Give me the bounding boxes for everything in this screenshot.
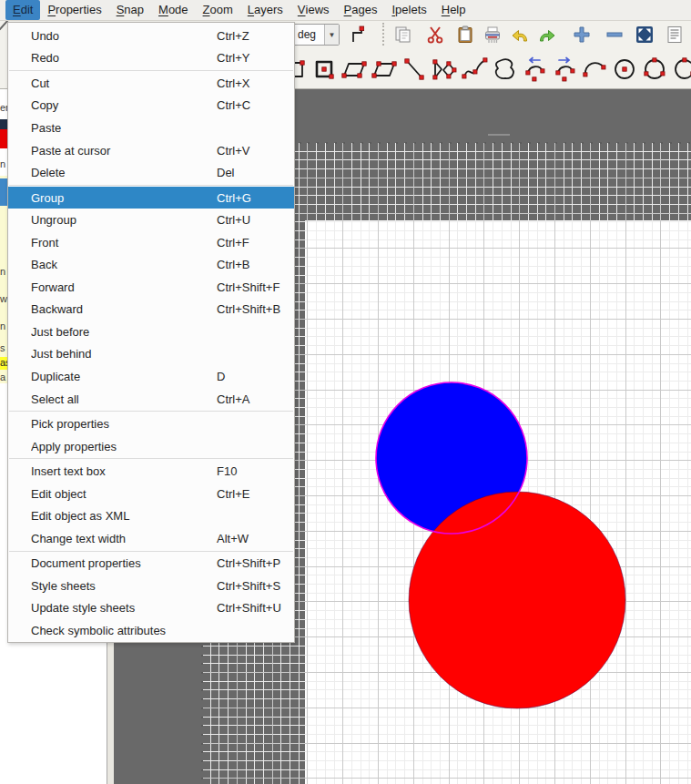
menu-item-update-style-sheets[interactable]: Update style sheetsCtrl+Shift+U <box>8 597 294 620</box>
menu-item-paste-at-cursor[interactable]: Paste at cursorCtrl+V <box>8 139 294 162</box>
menu-item-label: Undo <box>31 29 217 43</box>
menu-item-undo[interactable]: UndoCtrl+Z <box>8 25 294 47</box>
arc-cw-mode-icon[interactable] <box>551 55 578 84</box>
menu-item-label: Just before <box>31 325 217 339</box>
menu-item-copy[interactable]: CopyCtrl+C <box>8 95 294 117</box>
menu-item-label: Cut <box>31 76 217 90</box>
spline-mode-icon[interactable] <box>461 55 488 84</box>
menu-item-delete[interactable]: DeleteDel <box>8 161 294 184</box>
arc-mode-icon[interactable] <box>581 55 608 84</box>
menubar-item-layers[interactable]: Layers <box>240 0 290 20</box>
menu-item-edit-object[interactable]: Edit objectCtrl+E <box>8 483 294 505</box>
color-swatch-fragment <box>0 119 7 129</box>
menu-item-insert-text-box[interactable]: Insert text boxF10 <box>8 460 294 483</box>
menu-item-label: Delete <box>31 166 217 179</box>
menu-item-document-properties[interactable]: Document propertiesCtrl+Shift+P <box>8 553 294 575</box>
menu-item-shortcut: Ctrl+U <box>217 213 285 227</box>
arc-ccw-mode-icon[interactable] <box>521 55 548 84</box>
menu-item-edit-object-as-xml[interactable]: Edit object as XML <box>8 504 294 527</box>
menubar-item-snap[interactable]: Snap <box>109 0 151 20</box>
menu-item-label: Backward <box>31 302 217 316</box>
menu-item-select-all[interactable]: Select allCtrl+A <box>8 388 294 411</box>
menu-item-ungroup[interactable]: UngroupCtrl+U <box>8 209 294 231</box>
circle-center-mode-icon[interactable] <box>611 55 638 84</box>
menu-item-label: Edit object <box>31 487 217 501</box>
menu-item-shortcut: Del <box>217 166 285 179</box>
toolbar-separator <box>382 23 384 46</box>
menu-item-front[interactable]: FrontCtrl+F <box>8 231 294 254</box>
segment-mode-icon[interactable] <box>401 55 428 84</box>
menubar-item-ipelets[interactable]: Ipelets <box>384 0 433 20</box>
ipe-window: { "menubar": { "items": [ {"label": "Edi… <box>0 0 691 784</box>
fit-page-icon[interactable] <box>632 22 657 47</box>
menu-item-shortcut: Ctrl+F <box>217 236 285 249</box>
menu-item-just-before[interactable]: Just before <box>8 321 294 343</box>
menu-item-label: Style sheets <box>31 579 217 593</box>
edit-menu: UndoCtrl+ZRedoCtrl+YCutCtrl+XCopyCtrl+CP… <box>7 22 295 643</box>
menu-item-shortcut: Ctrl+Z <box>217 29 285 43</box>
undo-icon[interactable] <box>507 22 533 47</box>
menu-item-shortcut: Ctrl+B <box>217 258 285 271</box>
menu-item-label: Forward <box>31 280 217 294</box>
rectangle-center-mode-icon[interactable] <box>310 55 338 84</box>
menu-item-label: Document properties <box>31 556 217 570</box>
menu-item-group[interactable]: GroupCtrl+G <box>8 187 294 209</box>
menu-item-cut[interactable]: CutCtrl+X <box>8 72 294 95</box>
delete-icon[interactable] <box>480 22 505 47</box>
chevron-down-icon[interactable]: ▼ <box>324 25 339 45</box>
menubar-item-help[interactable]: Help <box>434 0 473 20</box>
menu-item-check-symbolic-attributes[interactable]: Check symbolic attributes <box>8 619 294 642</box>
circle-3point-mode-icon[interactable] <box>641 55 668 84</box>
menu-item-shortcut: Ctrl+Shift+S <box>217 579 285 593</box>
menu-item-label: Back <box>31 258 217 271</box>
menubar-item-properties[interactable]: Properties <box>40 0 108 20</box>
menu-item-label: Check symbolic attributes <box>31 624 217 637</box>
menu-item-shortcut: Ctrl+C <box>217 98 285 112</box>
menu-item-label: Select all <box>31 392 217 406</box>
menu-item-pick-properties[interactable]: Pick properties <box>8 412 294 435</box>
menu-item-backward[interactable]: BackwardCtrl+Shift+B <box>8 299 294 321</box>
menu-item-redo[interactable]: RedoCtrl+Y <box>8 47 294 70</box>
menu-separator <box>9 551 293 552</box>
angle-size-combobox[interactable]: deg ▼ <box>291 24 340 46</box>
menu-item-apply-properties[interactable]: Apply properties <box>8 435 294 458</box>
menu-item-forward[interactable]: ForwardCtrl+Shift+F <box>8 276 294 299</box>
splinegon-mode-icon[interactable] <box>491 55 518 84</box>
color-swatch-fragment <box>0 129 7 148</box>
menu-item-shortcut: Ctrl+V <box>217 144 285 158</box>
copy-icon[interactable] <box>391 22 416 47</box>
menu-item-label: Redo <box>31 51 217 65</box>
parallelogram-diagonal-mode-icon[interactable] <box>371 55 398 84</box>
menubar-item-views[interactable]: Views <box>290 0 337 20</box>
menu-item-label: Update style sheets <box>31 601 217 615</box>
polygon-mode-icon[interactable] <box>431 55 458 84</box>
menu-item-shortcut: Ctrl+X <box>217 76 285 90</box>
menubar-item-zoom[interactable]: Zoom <box>196 0 240 20</box>
menu-item-label: Pick properties <box>31 417 217 431</box>
menu-item-just-behind[interactable]: Just behind <box>8 343 294 366</box>
snap-angle-icon[interactable] <box>347 22 372 47</box>
menu-item-label: Copy <box>31 98 217 112</box>
menu-item-paste[interactable]: Paste <box>8 117 294 139</box>
zoom-out-icon[interactable] <box>602 22 627 47</box>
menu-item-label: Paste <box>31 121 217 135</box>
menu-item-change-text-width[interactable]: Change text widthAlt+W <box>8 527 294 550</box>
menubar-item-edit[interactable]: Edit <box>5 0 40 20</box>
menu-item-shortcut: Ctrl+G <box>217 191 285 205</box>
redo-icon[interactable] <box>534 22 560 47</box>
menu-item-duplicate[interactable]: DuplicateD <box>8 365 294 388</box>
normal-size-icon[interactable] <box>662 22 687 47</box>
menubar-item-mode[interactable]: Mode <box>151 0 196 20</box>
menu-item-label: Ungroup <box>31 213 217 227</box>
parallelogram-mode-icon[interactable] <box>340 55 368 84</box>
circle-radius-mode-icon[interactable] <box>671 55 691 84</box>
menu-item-back[interactable]: BackCtrl+B <box>8 253 294 276</box>
menubar-item-pages[interactable]: Pages <box>337 0 385 20</box>
menu-separator <box>9 70 293 71</box>
menu-item-style-sheets[interactable]: Style sheetsCtrl+Shift+S <box>8 575 294 597</box>
cut-icon[interactable] <box>422 22 448 47</box>
angle-size-value: deg <box>292 28 324 41</box>
menu-item-shortcut: Ctrl+A <box>217 392 285 406</box>
zoom-in-icon[interactable] <box>569 22 594 47</box>
paste-icon[interactable] <box>452 22 478 47</box>
